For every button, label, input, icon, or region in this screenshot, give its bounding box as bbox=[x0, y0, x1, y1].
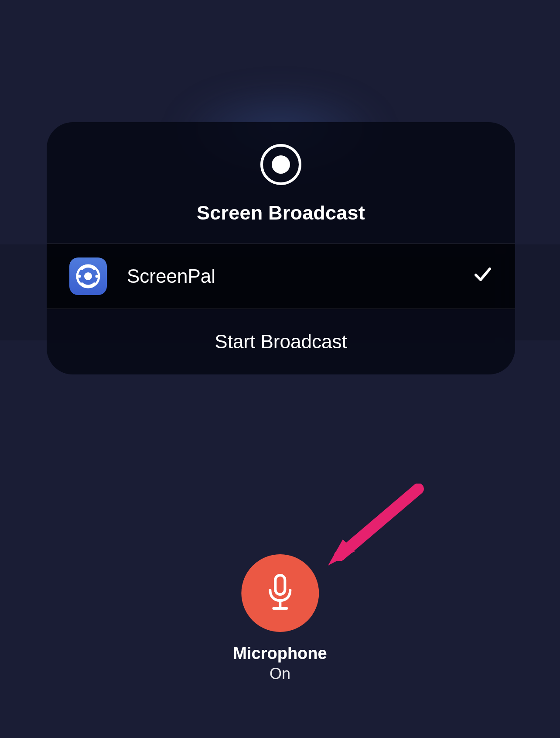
microphone-toggle-button[interactable] bbox=[241, 554, 319, 632]
broadcast-app-name: ScreenPal bbox=[127, 265, 473, 287]
microphone-state: On bbox=[270, 665, 290, 683]
broadcast-panel: Screen Broadcast ScreenPal Start Broadca… bbox=[47, 122, 515, 374]
svg-marker-8 bbox=[328, 539, 355, 566]
start-broadcast-label: Start Broadcast bbox=[215, 331, 347, 353]
microphone-icon bbox=[265, 573, 295, 613]
annotation-arrow bbox=[324, 484, 429, 571]
svg-point-1 bbox=[84, 272, 92, 280]
broadcast-app-row[interactable]: ScreenPal bbox=[47, 244, 515, 309]
panel-header: Screen Broadcast bbox=[47, 122, 515, 244]
svg-point-3 bbox=[96, 275, 99, 278]
svg-rect-4 bbox=[275, 575, 285, 594]
record-icon-dot bbox=[272, 155, 290, 174]
microphone-label: Microphone bbox=[233, 644, 327, 663]
svg-point-2 bbox=[78, 275, 81, 278]
screenpal-app-icon bbox=[69, 257, 107, 295]
start-broadcast-button[interactable]: Start Broadcast bbox=[47, 309, 515, 374]
record-icon bbox=[260, 144, 301, 185]
microphone-control: Microphone On bbox=[233, 554, 327, 683]
svg-line-7 bbox=[340, 489, 418, 556]
panel-title: Screen Broadcast bbox=[197, 202, 365, 224]
checkmark-icon bbox=[473, 264, 492, 288]
